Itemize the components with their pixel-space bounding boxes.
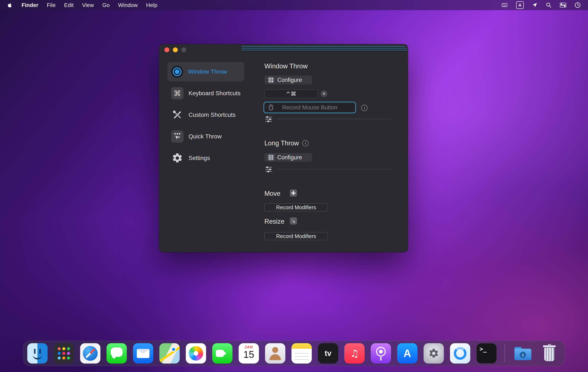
download-arrow-icon: ↓: [520, 352, 526, 358]
control-center-icon[interactable]: [560, 2, 567, 9]
menu-item-window[interactable]: Window: [118, 2, 137, 9]
sidebar-item-label: Settings: [189, 155, 210, 162]
dock-system-preferences-icon[interactable]: [424, 343, 444, 363]
menu-status-area: A: [501, 1, 581, 9]
menu-item-edit[interactable]: Edit: [64, 2, 74, 9]
quick-throw-icon: [171, 130, 183, 143]
dock-safari-icon[interactable]: [80, 343, 100, 363]
configure-button-window-throw[interactable]: Configure: [264, 76, 312, 84]
grid-icon: [268, 154, 274, 161]
command-key-icon: ⌘: [171, 87, 183, 99]
sidebar: Window Throw ⌘ Keyboard Shortcuts Custom…: [168, 62, 244, 170]
dock-messages-icon[interactable]: [106, 343, 127, 363]
shortcut-field[interactable]: ^⌘: [264, 89, 318, 98]
close-button[interactable]: [164, 47, 169, 52]
music-note-icon: ♫: [350, 348, 359, 359]
dock-photos-icon[interactable]: [186, 343, 206, 363]
record-mouse-button-field[interactable]: Record Mouse Button: [263, 102, 356, 113]
dock: JAN 15 tv ♫ A >_ ↓: [23, 341, 565, 366]
sidebar-item-label: Window Throw: [188, 68, 227, 75]
resize-label: Resize: [264, 218, 284, 225]
location-icon[interactable]: [532, 2, 538, 9]
input-source-icon[interactable]: A: [516, 1, 524, 9]
shortcut-value: ^⌘: [286, 91, 296, 97]
window-top-stripes: [241, 46, 408, 51]
dock-trash-icon[interactable]: [539, 343, 559, 363]
dock-mail-icon[interactable]: [133, 343, 153, 363]
dock-launchpad-icon[interactable]: [54, 343, 74, 363]
tools-icon: [171, 109, 183, 121]
dock-terminal-icon[interactable]: >_: [476, 343, 497, 363]
section-title-window-throw: Window Throw: [264, 62, 307, 70]
move-label: Move: [264, 190, 281, 197]
zoom-button[interactable]: [181, 47, 186, 52]
dock-downloads-icon[interactable]: ↓: [513, 343, 533, 363]
dock-contacts-icon[interactable]: [265, 343, 285, 363]
calendar-day: 15: [243, 350, 254, 359]
move-icon: [290, 189, 297, 197]
calendar-month: JAN: [244, 345, 253, 349]
options-sliders-icon[interactable]: [265, 165, 272, 172]
menu-item-view[interactable]: View: [82, 2, 94, 9]
record-modifiers-resize-button[interactable]: Record Modifiers: [264, 232, 328, 240]
gear-icon: [171, 152, 183, 164]
menu-item-help[interactable]: Help: [146, 2, 157, 9]
clear-shortcut-button[interactable]: ✕: [321, 90, 327, 97]
dock-podcasts-icon[interactable]: [371, 343, 391, 363]
dock-throw-app-icon[interactable]: [450, 343, 470, 363]
traffic-lights: [164, 47, 186, 52]
divider: [276, 169, 391, 169]
dock-calendar-icon[interactable]: JAN 15: [239, 343, 259, 363]
minimize-button[interactable]: [173, 47, 178, 52]
sidebar-item-label: Custom Shortcuts: [189, 111, 236, 118]
record-modifiers-move-button[interactable]: Record Modifiers: [264, 203, 328, 211]
menu-bar: Finder File Edit View Go Window Help A: [0, 0, 588, 10]
section-title-long-throw: Long Throw i: [264, 140, 309, 147]
mouse-icon: [269, 105, 273, 110]
gear-icon: [428, 348, 439, 359]
grid-icon: [268, 77, 274, 83]
clock-icon[interactable]: [575, 2, 581, 9]
dock-facetime-icon[interactable]: [212, 343, 232, 363]
dock-divider: [504, 344, 505, 362]
configure-button-long-throw[interactable]: Configure: [264, 153, 312, 162]
info-icon[interactable]: i: [361, 105, 368, 111]
sidebar-item-label: Quick Throw: [189, 133, 222, 140]
divider: [276, 119, 391, 119]
info-icon[interactable]: i: [302, 140, 309, 146]
menu-item-finder[interactable]: Finder: [21, 2, 38, 9]
menu-item-go[interactable]: Go: [102, 2, 110, 9]
spotlight-search-icon[interactable]: [546, 2, 552, 9]
dock-finder-icon[interactable]: [27, 343, 48, 363]
app-window: Window Throw ⌘ Keyboard Shortcuts Custom…: [159, 44, 408, 252]
sidebar-item-custom-shortcuts[interactable]: Custom Shortcuts: [168, 105, 244, 125]
record-mouse-placeholder: Record Mouse Button: [282, 104, 337, 111]
dock-maps-icon[interactable]: [159, 343, 180, 363]
close-icon: ✕: [322, 91, 326, 96]
sidebar-item-quick-throw[interactable]: Quick Throw: [168, 127, 244, 146]
dock-notes-icon[interactable]: [292, 343, 312, 363]
dock-app-store-icon[interactable]: A: [397, 343, 417, 363]
dock-music-icon[interactable]: ♫: [344, 343, 365, 363]
window-throw-icon: [171, 66, 183, 78]
sidebar-item-window-throw[interactable]: Window Throw: [168, 62, 244, 81]
apple-menu-icon[interactable]: [7, 1, 13, 9]
resize-icon: ↘: [290, 217, 297, 225]
options-sliders-icon[interactable]: [265, 115, 272, 122]
sidebar-item-settings[interactable]: Settings: [168, 148, 244, 168]
menu-item-file[interactable]: File: [47, 2, 56, 9]
sidebar-item-keyboard-shortcuts[interactable]: ⌘ Keyboard Shortcuts: [168, 84, 244, 103]
sidebar-item-label: Keyboard Shortcuts: [189, 90, 241, 97]
keyboard-icon[interactable]: [501, 2, 508, 9]
dock-apple-tv-icon[interactable]: tv: [318, 343, 338, 363]
